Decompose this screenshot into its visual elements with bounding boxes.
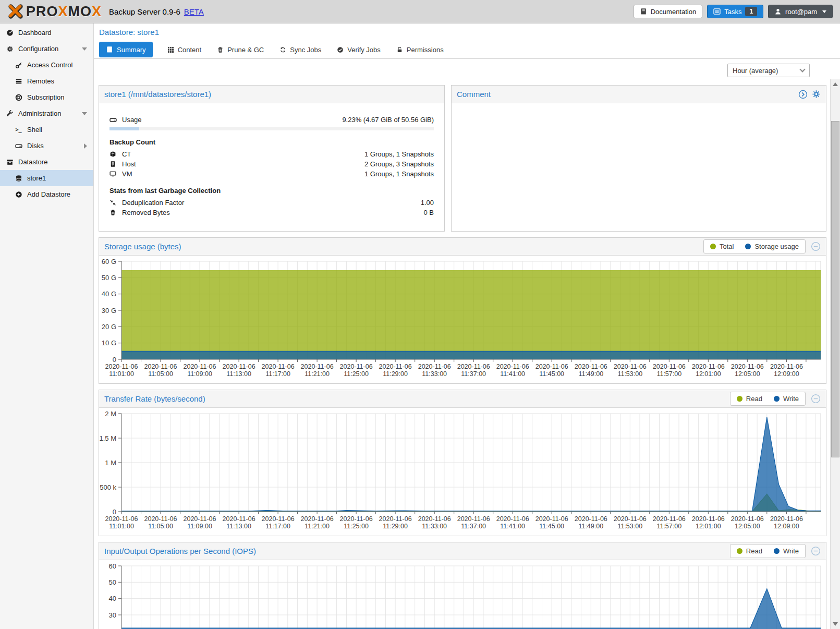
- user-menu-button[interactable]: root@pam: [768, 5, 833, 18]
- ct-cube-icon: [109, 151, 118, 158]
- chart-title: Transfer Rate (bytes/second): [104, 394, 205, 403]
- svg-text:1 M: 1 M: [105, 459, 116, 467]
- sidebar-item-administration[interactable]: Administration: [0, 105, 93, 122]
- gear-icon[interactable]: [812, 90, 821, 99]
- host-row: Host 2 Groups, 3 Snapshots: [99, 159, 444, 169]
- svg-text:2020-11-06: 2020-11-06: [575, 363, 607, 370]
- iops-chart: 01020304050602020-11-0611:01:002020-11-0…: [99, 560, 826, 629]
- sidebar-item-dashboard[interactable]: Dashboard: [0, 25, 93, 41]
- svg-text:11:05:00: 11:05:00: [148, 370, 173, 378]
- usage-row: Usage 9.23% (4.67 GiB of 50.56 GiB): [99, 115, 444, 125]
- svg-text:2020-11-06: 2020-11-06: [340, 515, 373, 523]
- product-version: Backup Server 0.9-6: [109, 7, 180, 16]
- svg-text:12:05:00: 12:05:00: [735, 370, 760, 378]
- sidebar-item-shell[interactable]: >_ Shell: [0, 122, 93, 138]
- svg-text:2020-11-06: 2020-11-06: [692, 515, 725, 523]
- svg-text:11:49:00: 11:49:00: [578, 370, 603, 378]
- sidebar-item-label: Shell: [27, 126, 42, 134]
- sidebar-item-subscription[interactable]: Subscription: [0, 89, 93, 105]
- chart-title: Input/Output Operations per Second (IOPS…: [104, 547, 256, 555]
- svg-text:2020-11-06: 2020-11-06: [223, 515, 255, 523]
- svg-text:12:09:00: 12:09:00: [774, 370, 799, 378]
- scroll-down-arrow-icon[interactable]: [833, 622, 838, 626]
- svg-text:50: 50: [109, 578, 116, 586]
- svg-text:11:29:00: 11:29:00: [383, 523, 408, 530]
- sidebar-item-disks[interactable]: Disks: [0, 138, 93, 154]
- tab-permissions[interactable]: Permissions: [395, 42, 445, 57]
- chevron-right-icon[interactable]: [84, 143, 87, 149]
- usage-progress-bar: [109, 127, 434, 130]
- sidebar-item-label: Datastore: [18, 158, 47, 166]
- tab-sync-jobs[interactable]: Sync Jobs: [278, 42, 322, 57]
- legend-item: Storage usage: [745, 243, 799, 250]
- vertical-scrollbar[interactable]: [830, 79, 840, 629]
- trash-icon: [217, 46, 224, 53]
- svg-text:12:01:00: 12:01:00: [696, 523, 721, 530]
- sidebar-item-label: Administration: [18, 110, 61, 117]
- svg-text:20 G: 20 G: [102, 323, 116, 331]
- legend-item: Read: [737, 395, 762, 403]
- tab-content[interactable]: Content: [166, 42, 203, 57]
- wrench-icon: [5, 110, 14, 117]
- svg-text:11:01:00: 11:01:00: [109, 370, 134, 378]
- collapse-circle-minus-icon[interactable]: [811, 394, 821, 404]
- tasks-button[interactable]: Tasks 1: [707, 5, 763, 18]
- tab-verify-jobs[interactable]: Verify Jobs: [336, 42, 382, 57]
- sidebar-item-store1[interactable]: store1: [0, 170, 93, 186]
- scrollbar-thumb[interactable]: [831, 121, 839, 457]
- sidebar-item-remotes[interactable]: Remotes: [0, 73, 93, 89]
- tab-label: Sync Jobs: [290, 46, 321, 54]
- tab-summary[interactable]: Summary: [99, 42, 153, 57]
- svg-text:2020-11-06: 2020-11-06: [770, 515, 803, 523]
- time-range-select[interactable]: Hour (average): [727, 64, 810, 77]
- row-label: CT: [122, 150, 131, 158]
- documentation-button[interactable]: Documentation: [634, 5, 702, 18]
- tasks-list-icon: [713, 8, 721, 15]
- svg-text:2020-11-06: 2020-11-06: [144, 515, 177, 523]
- tab-bar: Summary Content Prune & GC Sync Jobs Ver…: [94, 42, 840, 59]
- storage-usage-chart-panel: Storage usage (bytes) TotalStorage usage…: [99, 237, 826, 384]
- sidebar-item-add-datastore[interactable]: Add Datastore: [0, 186, 93, 202]
- svg-text:11:45:00: 11:45:00: [539, 523, 564, 530]
- comment-panel: Comment: [451, 85, 826, 232]
- svg-text:2020-11-06: 2020-11-06: [496, 515, 529, 523]
- svg-text:50 G: 50 G: [102, 274, 116, 282]
- svg-text:11:25:00: 11:25:00: [344, 523, 369, 530]
- sidebar-item-label: Disks: [27, 142, 44, 150]
- collapse-circle-minus-icon[interactable]: [811, 241, 821, 251]
- svg-text:2020-11-06: 2020-11-06: [418, 515, 451, 523]
- svg-text:11:13:00: 11:13:00: [226, 523, 251, 530]
- svg-text:2020-11-06: 2020-11-06: [653, 515, 686, 523]
- removed-bytes-row: Removed Bytes 0 B: [99, 208, 444, 217]
- tab-prune-gc[interactable]: Prune & GC: [216, 42, 265, 57]
- terminal-icon: >_: [14, 127, 23, 132]
- svg-text:11:17:00: 11:17:00: [265, 523, 290, 530]
- datastore-summary-panel: store1 (/mnt/datastores/store1) Usage 9.…: [99, 85, 445, 232]
- chevron-down-icon[interactable]: [82, 112, 87, 115]
- legend-dot-icon: [710, 244, 716, 249]
- svg-text:11:33:00: 11:33:00: [422, 523, 447, 530]
- sidebar: Dashboard Configuration Access Control R…: [0, 23, 94, 629]
- sidebar-item-configuration[interactable]: Configuration: [0, 41, 93, 57]
- collapse-circle-minus-icon[interactable]: [811, 546, 821, 556]
- chevron-down-icon[interactable]: [82, 47, 87, 51]
- sidebar-item-datastore[interactable]: Datastore: [0, 154, 93, 170]
- scroll-up-arrow-icon[interactable]: [833, 82, 838, 86]
- gear-icon: [5, 45, 14, 53]
- check-circle-icon: [337, 46, 344, 53]
- beta-link[interactable]: BETA: [184, 7, 204, 16]
- key-icon: [14, 62, 23, 69]
- svg-text:11:21:00: 11:21:00: [305, 370, 330, 378]
- svg-text:11:53:00: 11:53:00: [617, 523, 642, 530]
- sidebar-item-access-control[interactable]: Access Control: [0, 57, 93, 73]
- svg-text:2020-11-06: 2020-11-06: [731, 363, 764, 370]
- user-icon: [774, 8, 782, 15]
- expand-arrow-circle-icon[interactable]: [798, 90, 808, 99]
- row-value: 1 Groups, 1 Snapshots: [364, 170, 434, 178]
- svg-text:2020-11-06: 2020-11-06: [418, 363, 451, 370]
- svg-text:11:05:00: 11:05:00: [148, 523, 173, 530]
- proxmox-x-icon: [7, 3, 24, 20]
- svg-text:11:41:00: 11:41:00: [500, 523, 525, 530]
- range-selected-value: Hour (average): [733, 67, 778, 75]
- svg-text:2020-11-06: 2020-11-06: [614, 363, 647, 370]
